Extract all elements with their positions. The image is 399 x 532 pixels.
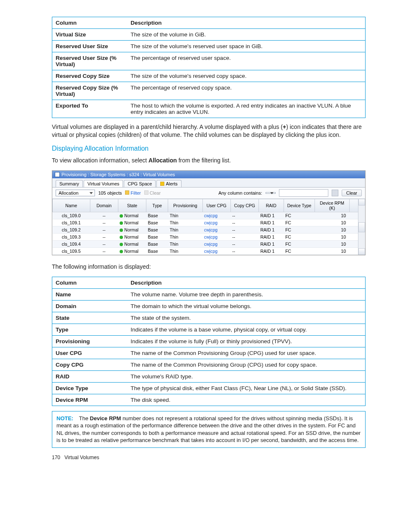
- grid-row[interactable]: cls_109.5--NormalBaseThincwjcpg--RAID 1F…: [53, 247, 365, 254]
- col-name: Name: [52, 288, 128, 300]
- filter-icon[interactable]: Filter: [125, 190, 141, 195]
- grid-header[interactable]: Domain: [90, 199, 118, 212]
- alert-icon: [160, 182, 164, 186]
- allocation-instruction: To view allocation information, select A…: [52, 157, 366, 164]
- col-desc: The size of the volume's reserved copy s…: [127, 70, 365, 82]
- grid-row[interactable]: cls_109.4--NormalBaseThincwjcpg--RAID 1F…: [53, 240, 365, 247]
- object-count: 105 objects: [98, 190, 122, 195]
- scroll-down-icon[interactable]: [358, 248, 365, 255]
- grid-row[interactable]: cls_109.2--NormalBaseThincwjcpg--RAID 1F…: [53, 226, 365, 233]
- scroll-up-icon[interactable]: [358, 199, 365, 206]
- col-name: Virtual Size: [52, 29, 128, 41]
- section-heading-allocation: Displaying Allocation Information: [52, 145, 366, 152]
- status-dot-icon: [120, 243, 123, 246]
- table-row: Device TypeThe type of physical disk, ei…: [52, 382, 366, 394]
- col-desc: The size of the volume's reserved user s…: [127, 41, 365, 52]
- col-desc: The percentage of reserved copy space.: [127, 82, 365, 100]
- col-name: RAID: [52, 370, 128, 382]
- table-row: ProvisioningIndicates if the volume is f…: [52, 335, 366, 347]
- col-name: Type: [52, 324, 128, 335]
- col-desc: The name of the Common Provisioning Grou…: [127, 347, 365, 359]
- col-desc: The name of the Common Provisioning Grou…: [127, 359, 365, 370]
- th-column: Column: [52, 17, 128, 29]
- col-desc: The host to which the volume is exported…: [127, 100, 365, 118]
- grid-row[interactable]: cls_109.1--NormalBaseThincwjcpg--RAID 1F…: [53, 219, 365, 226]
- table-row: TypeIndicates if the volume is a base vo…: [52, 324, 366, 335]
- grid-header[interactable]: Name: [53, 199, 90, 212]
- tab-virtual-volumes[interactable]: Virtual Volumes: [84, 180, 123, 187]
- col-desc: Indicates if the volume is fully (Full) …: [127, 335, 365, 347]
- search-input[interactable]: [279, 189, 328, 197]
- tab-cpg-space[interactable]: CPG Space: [124, 180, 156, 187]
- col-desc: Indicates if the volume is a base volume…: [127, 324, 365, 335]
- tab-summary[interactable]: Summary: [56, 180, 83, 187]
- column-select[interactable]: [266, 192, 276, 194]
- grid-header[interactable]: RAID: [258, 199, 284, 212]
- col-name: Copy CPG: [52, 359, 128, 370]
- note-label: NOTE:: [56, 415, 73, 421]
- col-name: Reserved Copy Size: [52, 70, 128, 82]
- table-row: Reserved User Size (% Virtual)The percen…: [52, 52, 366, 70]
- grid-header[interactable]: Device RPM (K): [315, 199, 349, 212]
- status-dot-icon: [120, 221, 123, 225]
- col-desc: The type of physical disk, either Fast C…: [127, 382, 365, 394]
- column-description-table-1: Column Description Virtual SizeThe size …: [52, 17, 366, 118]
- filter-toolbar: Allocation 105 objects Filter Clear Any …: [52, 188, 365, 199]
- col-name: Provisioning: [52, 335, 128, 347]
- col-desc: The volume's RAID type.: [127, 370, 365, 382]
- any-column-label: Any column contains:: [218, 190, 262, 195]
- status-dot-icon: [120, 236, 123, 239]
- vertical-scrollbar[interactable]: [358, 199, 365, 255]
- clear-filter[interactable]: Clear: [144, 190, 161, 195]
- page-number: 170: [52, 455, 60, 460]
- table-row: Reserved Copy SizeThe size of the volume…: [52, 70, 366, 82]
- grid-row[interactable]: cls_109.3--NormalBaseThincwjcpg--RAID 1F…: [53, 233, 365, 240]
- hierarchy-paragraph: Virtual volumes are displayed in a paren…: [52, 123, 366, 139]
- allocation-grid: NameDomainStateTypeProvisioningUser CPGC…: [52, 199, 365, 255]
- col-desc: The state of the system.: [127, 312, 365, 324]
- grid-header[interactable]: Copy CPG: [230, 199, 258, 212]
- table-row: Virtual SizeThe size of the volume in Gi…: [52, 29, 366, 41]
- note-box: NOTE: The Device RPM number does not rep…: [52, 411, 366, 448]
- view-select[interactable]: Allocation: [56, 190, 95, 196]
- window-titlebar: Provisioning : Storage Systems : s324 : …: [52, 171, 365, 178]
- info-displayed-text: The following information is displayed:: [52, 263, 366, 271]
- th-column: Column: [52, 277, 128, 288]
- table-row: StateThe state of the system.: [52, 312, 366, 324]
- grid-header[interactable]: Provisioning: [168, 199, 202, 212]
- th-description: Description: [127, 17, 365, 29]
- window-title: Provisioning : Storage Systems : s324 : …: [61, 172, 175, 177]
- grid-header[interactable]: User CPG: [202, 199, 230, 212]
- search-icon[interactable]: [332, 190, 338, 196]
- table-row: DomainThe domain to which the virtual vo…: [52, 300, 366, 312]
- tab-strip: SummaryVirtual VolumesCPG SpaceAlerts: [52, 178, 365, 188]
- col-name: Device RPM: [52, 394, 128, 406]
- allocation-screenshot: Provisioning : Storage Systems : s324 : …: [52, 170, 366, 255]
- table-row: Device RPMThe disk speed.: [52, 394, 366, 406]
- grid-header[interactable]: Type: [146, 199, 168, 212]
- th-description: Description: [127, 277, 365, 288]
- grid-row[interactable]: cls_109.0--NormalBaseThincwjcpg--RAID 1F…: [53, 212, 365, 219]
- clear-button[interactable]: Clear: [342, 190, 362, 196]
- col-name: User CPG: [52, 347, 128, 359]
- table-row: Reserved User SizeThe size of the volume…: [52, 41, 366, 52]
- window-icon: [55, 172, 60, 177]
- grid-header[interactable]: Device Type: [284, 199, 315, 212]
- col-name: Reserved Copy Size (% Virtual): [52, 82, 128, 100]
- table-row: User CPGThe name of the Common Provision…: [52, 347, 366, 359]
- grid-header[interactable]: State: [118, 199, 146, 212]
- scroll-thumb[interactable]: [358, 222, 365, 232]
- col-desc: The percentage of reserved user space.: [127, 52, 365, 70]
- col-desc: The volume name. Volume tree depth in pa…: [127, 288, 365, 300]
- tab-alerts[interactable]: Alerts: [156, 180, 181, 187]
- table-row: NameThe volume name. Volume tree depth i…: [52, 288, 366, 300]
- table-row: Reserved Copy Size (% Virtual)The percen…: [52, 82, 366, 100]
- col-desc: The size of the volume in GiB.: [127, 29, 365, 41]
- col-name: Exported To: [52, 100, 128, 118]
- col-name: Reserved User Size (% Virtual): [52, 52, 128, 70]
- footer-title: Virtual Volumes: [64, 455, 99, 460]
- col-name: Device Type: [52, 382, 128, 394]
- col-name: Reserved User Size: [52, 41, 128, 52]
- column-description-table-2: Column Description NameThe volume name. …: [52, 277, 366, 406]
- table-row: Copy CPGThe name of the Common Provision…: [52, 359, 366, 370]
